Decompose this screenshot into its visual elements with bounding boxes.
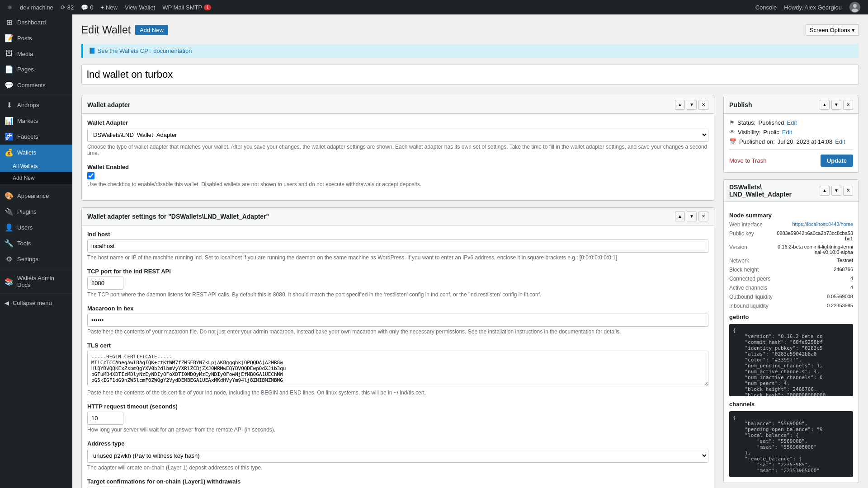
sidebar-item-label: Airdrops <box>17 102 39 108</box>
visibility-label: Visibility: <box>738 129 760 136</box>
wp-mail-smtp[interactable]: WP Mail SMTP 1 <box>159 0 214 14</box>
sidebar-item-settings[interactable]: ⚙ Settings <box>0 251 72 267</box>
sidebar-item-media[interactable]: 🖼 Media <box>0 46 72 61</box>
macaroon-input[interactable] <box>87 314 708 327</box>
lnd-host-field: lnd host The host name or IP of the mach… <box>87 231 708 261</box>
docs-notice-link[interactable]: 📘 See the Wallets CPT documentation <box>89 47 192 54</box>
channels-json[interactable]: { "balance": "5569008", "pending_open_ba… <box>729 411 853 477</box>
lnd-adapter-box: Wallet adapter settings for "DSWallets\L… <box>81 207 714 488</box>
tcp-port-field: TCP port for the lnd REST API The TCP po… <box>87 268 708 298</box>
web-interface-link[interactable]: https://localhost:8443/home <box>792 221 853 227</box>
publish-collapse-up[interactable]: ▲ <box>820 100 830 110</box>
settings-icon: ⚙ <box>5 255 14 263</box>
faucets-icon: 🚰 <box>5 132 14 141</box>
users-icon: 👤 <box>5 223 14 232</box>
dswallets-collapse-up[interactable]: ▲ <box>820 186 830 196</box>
visibility-edit-link[interactable]: Edit <box>782 129 792 136</box>
sidebar-item-dashboard[interactable]: ⊞ Dashboard <box>0 14 72 30</box>
view-wallet[interactable]: View Wallet <box>121 0 159 14</box>
getinfo-json[interactable]: { "version": "0.16.2-beta co "commit_has… <box>729 324 853 396</box>
enabled-description: Use the checkbox to enable/disable this … <box>87 181 708 188</box>
sidebar-item-plugins[interactable]: 🔌 Plugins <box>0 204 72 220</box>
sidebar-item-markets[interactable]: 📊 Markets <box>0 113 72 129</box>
add-new-button[interactable]: Add New <box>135 25 168 35</box>
collapse-up-button[interactable]: ▲ <box>675 100 685 110</box>
comments-count[interactable]: 💬 0 <box>77 0 97 14</box>
sidebar-item-label: Plugins <box>17 208 37 215</box>
sidebar-item-label: Wallets <box>17 149 36 156</box>
published-on-edit-link[interactable]: Edit <box>835 138 845 145</box>
active-channels-row: Active channels 4 <box>729 285 853 291</box>
collapse-up-button[interactable]: ▲ <box>675 211 685 221</box>
user-avatar[interactable] <box>845 0 864 14</box>
sidebar-item-tools[interactable]: 🔧 Tools <box>0 235 72 251</box>
tools-icon: 🔧 <box>5 239 14 248</box>
sidebar-item-wallets[interactable]: 💰 Wallets <box>0 145 72 160</box>
post-title-input[interactable] <box>81 65 859 84</box>
docs-notice: 📘 See the Wallets CPT documentation <box>81 44 859 58</box>
console-link[interactable]: Console <box>752 0 781 14</box>
update-button[interactable]: Update <box>821 155 853 167</box>
sidebar-item-add-new[interactable]: Add New <box>0 172 72 184</box>
tcp-port-description: The TCP port where the daemon listens fo… <box>87 291 708 298</box>
sidebar-item-pages[interactable]: 📄 Pages <box>0 61 72 77</box>
airdrops-icon: ⬇ <box>5 101 14 109</box>
updates-count[interactable]: ⟳ 82 <box>57 0 77 14</box>
publish-actions: Move to Trash Update <box>729 150 853 167</box>
menu-separator-4 <box>0 294 72 294</box>
comments-icon: 💬 <box>5 81 14 89</box>
sidebar-item-wallets-admin-docs[interactable]: 📚 Wallets Admin Docs <box>0 271 72 292</box>
network-row: Network Testnet <box>729 258 853 264</box>
smtp-badge: 1 <box>204 5 211 10</box>
close-button[interactable]: ✕ <box>698 100 708 110</box>
appearance-icon: 🎨 <box>5 192 14 200</box>
enabled-checkbox-row <box>87 172 708 179</box>
sidebar-item-posts[interactable]: 📝 Posts <box>0 30 72 46</box>
outbound-liquidity-label: Outbound liquidity <box>729 294 773 300</box>
docs-icon: 📚 <box>5 277 14 286</box>
svg-point-1 <box>853 4 857 8</box>
tls-textarea[interactable]: -----BEGIN CERTIFICATE----- MIlCcTCCAheg… <box>87 351 708 386</box>
version-value: 0.16.2-beta commit-lightning-terminal-v0… <box>776 244 853 255</box>
version-row: Version 0.16.2-beta commit-lightning-ter… <box>729 244 853 255</box>
address-type-field: Address type unused p2wkh (Pay to witnes… <box>87 440 708 471</box>
sidebar-item-appearance[interactable]: 🎨 Appearance <box>0 188 72 204</box>
collapse-down-button[interactable]: ▼ <box>687 100 697 110</box>
sidebar-item-faucets[interactable]: 🚰 Faucets <box>0 129 72 145</box>
collapse-menu[interactable]: ◀ Collapse menu <box>0 296 72 310</box>
plugins-icon: 🔌 <box>5 207 14 216</box>
adapter-select[interactable]: DSWallets\LND_Wallet_Adapter <box>87 128 708 142</box>
new-item[interactable]: + New <box>97 0 121 14</box>
sidebar-item-all-wallets[interactable]: All Wallets <box>0 160 72 172</box>
tls-wrapper: -----BEGIN CERTIFICATE----- MIlCcTCCAheg… <box>87 351 708 388</box>
collapse-icon: ◀ <box>5 300 9 306</box>
collapse-down-button[interactable]: ▼ <box>687 211 697 221</box>
sidebar-item-comments[interactable]: 💬 Comments <box>0 77 72 93</box>
address-type-select[interactable]: unused p2wkh (Pay to witness key hash) <box>87 449 708 463</box>
lnd-host-input[interactable] <box>87 239 708 253</box>
enabled-checkbox[interactable] <box>87 172 94 179</box>
dswallets-collapse-down[interactable]: ▼ <box>831 186 841 196</box>
sidebar-item-label: Settings <box>17 256 38 263</box>
status-icon: ⚑ <box>729 119 735 126</box>
status-edit-link[interactable]: Edit <box>787 119 797 126</box>
dswallets-close[interactable]: ✕ <box>843 186 853 196</box>
screen-options-button[interactable]: Screen Options ▾ <box>806 24 859 36</box>
publish-collapse-down[interactable]: ▼ <box>831 100 841 110</box>
wp-logo[interactable]: ⚛ <box>4 0 16 14</box>
sidebar-item-airdrops[interactable]: ⬇ Airdrops <box>0 97 72 113</box>
close-button[interactable]: ✕ <box>698 211 708 221</box>
lnd-host-label: lnd host <box>87 231 708 238</box>
wrap: Edit Wallet Add New Screen Options ▾ 📘 S… <box>81 23 859 488</box>
connected-peers-label: Connected peers <box>729 276 770 282</box>
sidebar-item-users[interactable]: 👤 Users <box>0 220 72 235</box>
publish-controls: ▲ ▼ ✕ <box>820 100 853 110</box>
publish-close[interactable]: ✕ <box>843 100 853 110</box>
site-name[interactable]: dev machine <box>16 0 57 14</box>
move-to-trash-link[interactable]: Move to Trash <box>729 157 766 164</box>
visibility-icon: 👁 <box>729 129 735 136</box>
posts-icon: 📝 <box>5 34 14 42</box>
adapter-field: Wallet Adapter DSWallets\LND_Wallet_Adap… <box>87 119 708 156</box>
http-timeout-input[interactable] <box>87 412 123 425</box>
tcp-port-input[interactable] <box>87 277 123 290</box>
